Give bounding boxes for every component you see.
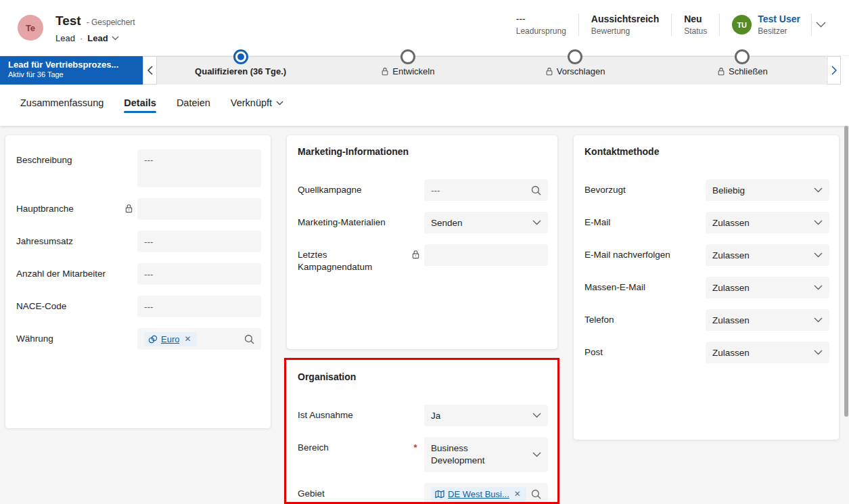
- tab-dateien[interactable]: Dateien: [175, 97, 212, 119]
- contact-method-dropdown[interactable]: Beliebig: [706, 179, 829, 201]
- process-scroll-left-button[interactable]: [143, 56, 157, 85]
- contact-method-dropdown[interactable]: Zulassen: [706, 342, 829, 363]
- contact-method-dropdown[interactable]: Zulassen: [706, 309, 829, 331]
- record-avatar: Te: [18, 15, 43, 41]
- stat-status: Neu Status: [672, 14, 720, 36]
- field-telefon: TelefonZulassen: [584, 309, 829, 331]
- remove-value-icon[interactable]: ✕: [513, 489, 522, 499]
- euro-link[interactable]: Euro: [161, 334, 179, 344]
- inactive-stage-icon: [735, 49, 750, 64]
- field-ist-ausnahme: Ist Ausnahme Ja: [298, 405, 548, 426]
- field-label: Marketing-Materialien: [298, 212, 407, 229]
- process-scroll-right-button[interactable]: [827, 56, 841, 85]
- stat-label: Leadursprung: [516, 26, 566, 36]
- chevron-left-icon: [147, 66, 153, 75]
- lock-icon: [381, 67, 389, 76]
- contact-method-dropdown[interactable]: Zulassen: [706, 277, 829, 298]
- form-selector[interactable]: Lead: [87, 33, 118, 43]
- field-label: Bereich: [298, 437, 407, 454]
- remove-value-icon[interactable]: ✕: [183, 334, 192, 344]
- field-gebiet: Gebiet DE West Busi... ✕: [298, 483, 548, 504]
- letztes-kampagnendatum-field[interactable]: [424, 244, 548, 266]
- owner-block[interactable]: TU Test User Besitzer: [720, 14, 812, 36]
- marketing-materialien-dropdown[interactable]: Senden: [424, 212, 548, 233]
- inactive-stage-icon: [400, 49, 415, 64]
- hauptbranche-field[interactable]: [137, 198, 261, 220]
- stat-bewertung: Aussichtsreich Bewertung: [579, 14, 672, 36]
- record-title-area: Test - Gespeichert Lead · Lead: [55, 14, 135, 43]
- anzahl-mitarbeiter-field[interactable]: ---: [137, 263, 261, 285]
- business-process-flow: Lead für Vertriebsprozes... Aktiv für 36…: [0, 56, 849, 85]
- details-fields-card: Beschreibung --- Hauptbranche Jahresumsa…: [5, 135, 271, 428]
- chevron-down-icon: [814, 350, 823, 355]
- lock-icon: [545, 67, 553, 76]
- field-label: Gebiet: [298, 483, 407, 500]
- beschreibung-textarea[interactable]: ---: [137, 150, 261, 187]
- section-title: Kontaktmethode: [574, 135, 839, 157]
- bereich-dropdown[interactable]: Business Development: [424, 437, 548, 472]
- jahresumsatz-field[interactable]: ---: [137, 231, 261, 252]
- lock-icon: [411, 250, 420, 259]
- field-label: Anzahl der Mitarbeiter: [16, 263, 120, 280]
- field-beschreibung: Beschreibung ---: [16, 150, 261, 187]
- field-e-mail-nachverfolgen: E-Mail nachverfolgenZulassen: [584, 244, 829, 266]
- chevron-down-icon: [814, 220, 823, 225]
- field-label: Bevorzugt: [584, 179, 688, 196]
- search-icon[interactable]: [244, 334, 254, 344]
- stage-label: Vorschlagen: [545, 66, 605, 76]
- tab-details[interactable]: Details: [122, 97, 158, 119]
- field-massen-e-mail: Massen-E-MailZulassen: [584, 277, 829, 298]
- search-icon[interactable]: [531, 185, 541, 196]
- stage-qualifizieren[interactable]: Qualifizieren (36 Tge.): [157, 57, 324, 85]
- entity-type-label: Lead: [55, 33, 75, 43]
- field-post: PostZulassen: [584, 342, 829, 363]
- field-jahresumsatz: Jahresumsatz ---: [16, 231, 261, 252]
- field-label: Post: [584, 342, 688, 359]
- waehrung-lookup-field[interactable]: Euro ✕: [137, 328, 261, 350]
- header-stats: --- Leadursprung Aussichtsreich Bewertun…: [504, 14, 830, 36]
- lock-icon: [717, 67, 725, 76]
- stat-label: Bewertung: [591, 26, 659, 36]
- stage-entwickeln[interactable]: Entwickeln: [324, 57, 491, 85]
- field-bereich: Bereich * Business Development: [298, 437, 548, 472]
- owner-name-link[interactable]: Test User: [758, 14, 800, 24]
- stage-schliessen[interactable]: Schließen: [659, 57, 826, 85]
- tab-verknuepft[interactable]: Verknüpft: [229, 97, 285, 119]
- field-label: Telefon: [584, 309, 688, 326]
- process-stage-box[interactable]: Lead für Vertriebsprozes... Aktiv für 36…: [0, 56, 143, 85]
- field-label: Jahresumsatz: [16, 231, 120, 248]
- chevron-down-icon: [814, 285, 823, 290]
- process-status: Aktiv für 36 Tage: [8, 70, 135, 78]
- vertical-scrollbar[interactable]: [844, 126, 848, 417]
- kontaktmethode-card: Kontaktmethode BevorzugtBeliebigE-MailZu…: [574, 135, 839, 440]
- section-title: Marketing-Informationen: [287, 135, 557, 157]
- field-waehrung: Währung Euro ✕: [16, 328, 261, 350]
- form-tabstrip: Zusammenfassung Details Dateien Verknüpf…: [0, 85, 849, 126]
- contact-method-dropdown[interactable]: Zulassen: [706, 244, 829, 266]
- field-marketing-materialien: Marketing-Materialien Senden: [298, 212, 548, 233]
- chevron-down-icon: [532, 413, 541, 418]
- chevron-down-icon: [276, 101, 283, 106]
- marketing-card: Marketing-Informationen Quellkampagne --…: [287, 135, 557, 349]
- stage-vorschlagen[interactable]: Vorschlagen: [492, 57, 659, 85]
- lookup-value-pill: DE West Busi... ✕: [431, 487, 526, 501]
- dot-separator: ·: [80, 33, 83, 43]
- quellkampagne-lookup-field[interactable]: ---: [424, 179, 548, 201]
- header-collapse-chevron[interactable]: [812, 19, 830, 30]
- stage-label: Entwickeln: [381, 66, 434, 76]
- gebiet-lookup-field[interactable]: DE West Busi... ✕: [424, 483, 548, 504]
- required-marker: *: [413, 442, 417, 453]
- contact-method-dropdown[interactable]: Zulassen: [706, 212, 829, 233]
- active-stage-icon: [233, 49, 248, 64]
- search-icon[interactable]: [531, 489, 541, 499]
- ist-ausnahme-dropdown[interactable]: Ja: [424, 405, 548, 426]
- chevron-down-icon: [532, 452, 541, 457]
- tab-zusammenfassung[interactable]: Zusammenfassung: [19, 97, 105, 119]
- page-title: Test: [55, 14, 81, 28]
- owner-avatar: TU: [732, 15, 752, 35]
- stat-value: Aussichtsreich: [591, 14, 659, 24]
- nace-code-field[interactable]: ---: [137, 296, 261, 317]
- gebiet-link[interactable]: DE West Busi...: [448, 489, 509, 499]
- section-title: Organisation: [287, 361, 557, 382]
- stat-value: ---: [516, 14, 566, 24]
